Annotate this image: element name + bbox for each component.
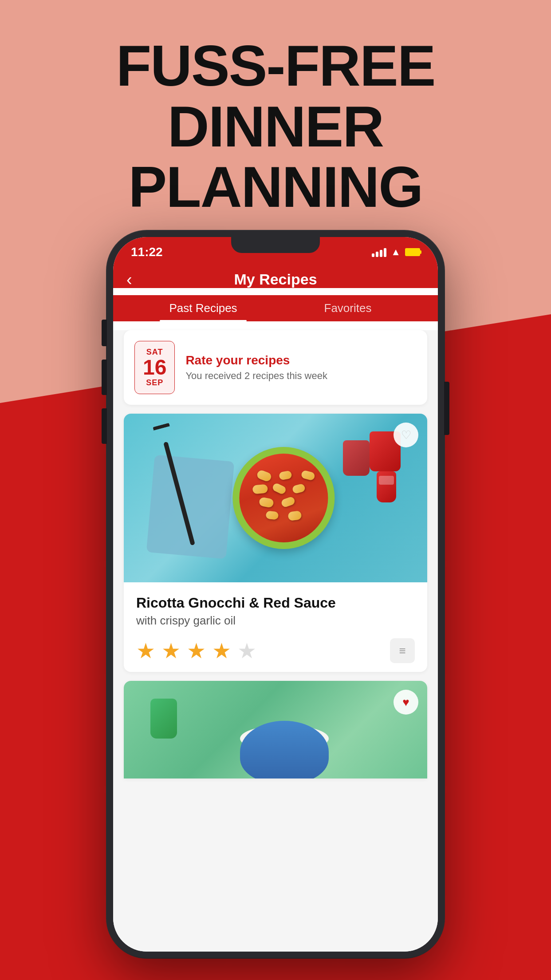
battery-icon bbox=[405, 248, 420, 256]
food-scene bbox=[124, 414, 427, 582]
signal-bar-1 bbox=[372, 253, 374, 257]
favorite-button-2[interactable]: ♥ bbox=[394, 690, 418, 715]
star-2[interactable]: ★ bbox=[161, 638, 181, 663]
hero-title: FUSS-FREEDINNERPLANNING bbox=[0, 36, 551, 217]
star-3[interactable]: ★ bbox=[187, 638, 206, 663]
tab-favorites[interactable]: Favorites bbox=[276, 295, 420, 321]
back-button[interactable]: ‹ bbox=[126, 271, 132, 288]
gnocchi-9 bbox=[266, 511, 279, 520]
star-4[interactable]: ★ bbox=[212, 638, 231, 663]
salt-shaker bbox=[377, 471, 396, 502]
side-button-mute bbox=[102, 320, 107, 346]
rate-subtext: You received 2 recipes this week bbox=[185, 370, 327, 382]
heart-icon-2: ♥ bbox=[402, 695, 409, 709]
date-box: SAT 16 SEP bbox=[134, 341, 175, 394]
recipe-card-1[interactable]: ♡ Ricotta Gnocchi & Red Sauce with crisp… bbox=[124, 414, 427, 672]
recipe-image bbox=[124, 414, 427, 582]
wifi-icon: ▲ bbox=[391, 246, 401, 258]
recipe-footer: ★ ★ ★ ★ ★ ≡ bbox=[136, 638, 415, 663]
status-icons: ▲ bbox=[372, 246, 420, 258]
side-button-vol-down bbox=[102, 408, 107, 444]
star-1[interactable]: ★ bbox=[136, 638, 155, 663]
signal-bar-2 bbox=[376, 252, 378, 257]
phone-notch bbox=[231, 237, 320, 253]
gnocchi-2 bbox=[279, 470, 292, 481]
green-cup bbox=[150, 699, 177, 739]
recipe-image-2: ♥ bbox=[124, 681, 427, 778]
gnocchi-3 bbox=[301, 470, 316, 481]
comment-button[interactable]: ≡ bbox=[390, 638, 415, 663]
recipe-info: Ricotta Gnocchi & Red Sauce with crispy … bbox=[124, 582, 427, 672]
rate-heading: Rate your recipes bbox=[185, 353, 327, 368]
comment-icon: ≡ bbox=[399, 644, 405, 658]
gnocchi-1 bbox=[256, 469, 272, 482]
red-cup-2 bbox=[343, 440, 370, 476]
date-number: 16 bbox=[143, 357, 166, 378]
app-header: ‹ My Recipes bbox=[113, 264, 438, 288]
rate-card: SAT 16 SEP Rate your recipes You receive… bbox=[124, 330, 427, 405]
bowl-outer bbox=[232, 447, 335, 549]
rice-bowl bbox=[240, 721, 329, 778]
status-time: 11:22 bbox=[131, 245, 163, 259]
phone-mockup: 11:22 ▲ ‹ My Recipes bbox=[107, 231, 444, 958]
favorite-button[interactable]: ♡ bbox=[394, 423, 418, 447]
signal-bar-4 bbox=[384, 248, 386, 257]
recipe-image-wrap: ♡ bbox=[124, 414, 427, 582]
star-5[interactable]: ★ bbox=[237, 638, 256, 663]
heart-icon: ♡ bbox=[401, 428, 411, 442]
side-button-vol-up bbox=[102, 360, 107, 395]
recipe-subtitle: with crispy garlic oil bbox=[136, 614, 415, 628]
gnocchi-10 bbox=[287, 510, 302, 521]
tab-bar: Past Recipes Favorites bbox=[113, 295, 438, 321]
gnocchi-5 bbox=[272, 482, 287, 495]
gnocchi-8 bbox=[280, 496, 295, 508]
side-button-power bbox=[444, 382, 449, 435]
gnocchi-pieces bbox=[248, 467, 319, 533]
gnocchi-4 bbox=[252, 484, 268, 494]
tab-past-recipes[interactable]: Past Recipes bbox=[131, 295, 276, 321]
gnocchi-6 bbox=[292, 483, 306, 494]
phone-frame: 11:22 ▲ ‹ My Recipes bbox=[107, 231, 444, 958]
recipe-card-2[interactable]: ♥ bbox=[124, 681, 427, 778]
hero-section: FUSS-FREEDINNERPLANNING bbox=[0, 36, 551, 217]
signal-icon bbox=[372, 247, 386, 257]
recipe-title: Ricotta Gnocchi & Red Sauce bbox=[136, 595, 415, 611]
rate-text: Rate your recipes You received 2 recipes… bbox=[185, 353, 327, 382]
star-rating[interactable]: ★ ★ ★ ★ ★ bbox=[136, 638, 256, 663]
bowl-inner bbox=[239, 454, 328, 542]
content-area: SAT 16 SEP Rate your recipes You receive… bbox=[113, 330, 438, 952]
app-title: My Recipes bbox=[234, 271, 317, 288]
bowl-container bbox=[232, 447, 335, 549]
date-month: SEP bbox=[143, 378, 166, 387]
phone-screen: 11:22 ▲ ‹ My Recipes bbox=[113, 237, 438, 952]
signal-bar-3 bbox=[380, 250, 382, 257]
gnocchi-7 bbox=[259, 497, 274, 508]
